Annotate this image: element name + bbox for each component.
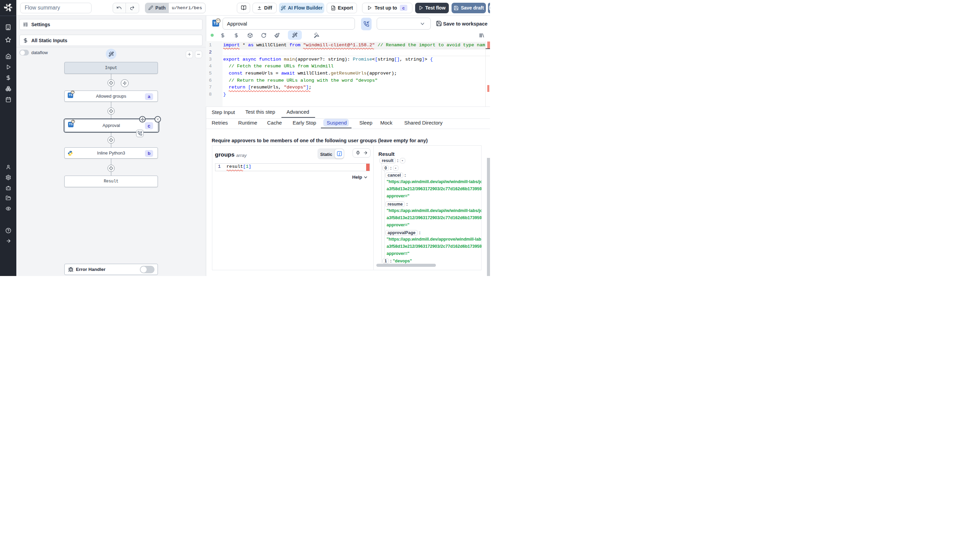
svg-text:f: f — [339, 152, 340, 156]
